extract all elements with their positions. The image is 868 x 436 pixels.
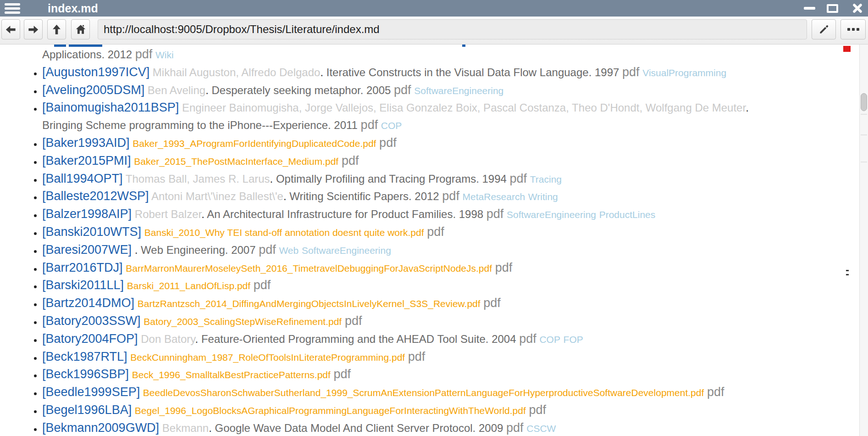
pdf-link[interactable]: pdf [254,278,271,292]
pdf-link[interactable]: pdf [510,172,527,185]
citation-key-link[interactable]: [Batory2004FOP] [42,332,138,346]
citation-key-link[interactable]: [Ball1994OPT] [42,172,123,185]
citation-key-link[interactable]: [Baker1993AID] [42,136,130,150]
pdf-link[interactable]: pdf [334,367,351,381]
pdf-link[interactable]: pdf [487,207,504,221]
edge-artifact [846,274,849,275]
pdf-file-link[interactable]: Beck_1996_SmalltalkBestPracticePatterns.… [132,369,331,380]
pdf-file-link[interactable]: Baker_1993_AProgramForIdentifyingDuplica… [133,138,376,149]
entry-authors: Antoni Mart\'\inez Ballest\'e [151,190,283,202]
pdf-link[interactable]: pdf [135,47,153,61]
citation-key-link[interactable]: [Aveling2005DSM] [42,83,144,97]
clipped-line-artifact [54,45,66,47]
citation-key-link[interactable]: [Barr2016TDJ] [42,261,123,274]
citation-key-link[interactable]: [Bekmann2009GWD] [42,421,159,435]
window-title: index.md [48,2,98,15]
red-marker [843,46,851,52]
pdf-link[interactable]: pdf [529,403,546,417]
tag-link[interactable]: Tracing [530,174,562,184]
pdf-link[interactable]: pdf [408,350,426,363]
pdf-link[interactable]: pdf [707,385,724,399]
tag-link[interactable]: Web [279,245,299,256]
entry-row: [Baresi2007WE] . Web Engineering. 2007 p… [42,241,854,259]
entry-row: [Auguston1997ICV] Mikhail Auguston, Alfr… [42,64,854,82]
pdf-link[interactable]: pdf [622,65,640,79]
entry-row: [Banski2010WTS] Banski_2010_Why TEI stan… [42,224,854,241]
citation-key-link[interactable]: [Barski2011LL] [42,278,124,292]
citation-key-link[interactable]: [Baker2015PMI] [42,154,131,168]
entry-authors: Don Batory [141,333,195,345]
clipped-line-artifact [462,45,465,47]
citation-key-link[interactable]: [Banski2010WTS] [42,225,141,239]
tag-link[interactable]: MetaResearch [463,191,525,202]
tag-link[interactable]: SoftwareEngineering [414,85,503,96]
maximize-button[interactable] [827,0,838,17]
pdf-link[interactable]: pdf [427,225,444,239]
edit-button[interactable] [812,19,836,39]
tag-link[interactable]: SoftwareEngineering [302,245,391,256]
pdf-link[interactable]: pdf [394,83,411,97]
scrollbar-mark [861,114,867,115]
pdf-file-link[interactable]: Barski_2011_LandOfLisp.pdf [127,280,250,291]
forward-button[interactable] [24,19,43,39]
pdf-link[interactable]: pdf [483,296,501,310]
pdf-file-link[interactable]: BeckCunningham_1987_RoleOfToolsInLiterat… [130,352,405,363]
tag-link[interactable]: COP [381,120,402,131]
pdf-file-link[interactable]: Batory_2003_ScalingStepWiseRefinement.pd… [144,316,342,327]
hamburger-menu-icon[interactable] [5,3,20,14]
pdf-file-link[interactable]: Begel_1996_LogoBlocksAGraphicalProgrammi… [135,405,526,416]
entry-row: [Beedle1999SEP] BeedleDevosSharonSchwabe… [42,384,854,402]
pdf-link[interactable]: pdf [342,154,359,168]
pdf-file-link[interactable]: Banski_2010_Why TEI stand-off annotation… [144,227,424,238]
tag-link[interactable]: Wiki [155,50,174,60]
tag-link[interactable]: SoftwareEngineering [507,209,596,220]
citation-key-link[interactable]: [Bartz2014DMO] [42,296,134,310]
pdf-link[interactable]: pdf [361,118,378,132]
citation-key-link[interactable]: [Beck1996SBP] [42,367,129,381]
scrollbar-thumb[interactable] [861,93,867,111]
entry-year: 1997 [595,66,619,78]
citation-key-link[interactable]: [Beck1987RTL] [42,350,127,363]
close-button[interactable] [852,0,863,17]
pdf-file-link[interactable]: BeedleDevosSharonSchwaberSutherland_1999… [143,387,704,398]
citation-key-link[interactable]: [Balzer1998AIP] [42,207,132,221]
pdf-file-link[interactable]: Baker_2015_ThePostMacInterface_Medium.pd… [134,156,338,167]
entry-row: [Batory2003SSW] Batory_2003_ScalingStepW… [42,313,854,330]
entry-year: 2012 [415,190,439,202]
citation-key-link[interactable]: [Baresi2007WE] [42,243,132,257]
entry-title: Bringing Scheme programming to the iPhon… [42,119,331,131]
home-button[interactable] [71,19,90,39]
citation-key-link[interactable]: [Bainomugisha2011BSP] [42,101,179,114]
more-button[interactable] [840,19,866,39]
pdf-link[interactable]: pdf [379,136,397,150]
pdf-link[interactable]: pdf [506,421,524,435]
back-button[interactable] [1,19,20,39]
pdf-link[interactable]: pdf [259,243,276,257]
url-input[interactable] [98,19,807,39]
scrollbar-mark [861,134,867,135]
pdf-link[interactable]: pdf [519,332,536,346]
minimize-button[interactable] [804,0,815,17]
pdf-file-link[interactable]: BarrMarronMaurerMoseleySeth_2016_Timetra… [126,263,492,274]
entry-row: [Barski2011LL] Barski_2011_LandOfLisp.pd… [42,277,854,295]
citation-key-link[interactable]: [Auguston1997ICV] [42,65,149,79]
tag-link[interactable]: VisualProgramming [642,67,726,78]
tag-link[interactable]: Writing [528,191,558,202]
pdf-link[interactable]: pdf [345,314,362,328]
pdf-file-link[interactable]: BartzRantzsch_2014_DiffingAndMergingObje… [138,298,481,309]
pdf-link[interactable]: pdf [442,189,459,203]
vertical-scrollbar[interactable] [859,45,868,436]
up-button[interactable] [47,19,66,39]
citation-key-link[interactable]: [Batory2003SSW] [42,314,141,328]
citation-key-link[interactable]: [Begel1996LBA] [42,403,132,417]
citation-key-link[interactable]: [Beedle1999SEP] [42,385,140,399]
tag-link[interactable]: CSCW [526,423,556,434]
citation-key-link[interactable]: [Balleste2012WSP] [42,189,149,203]
entry-title: An Architectural Infrastructure for Prod… [207,208,456,220]
tag-link[interactable]: ProductLines [599,209,656,220]
tag-link[interactable]: COP [539,334,560,345]
tag-link[interactable]: FOP [564,334,583,345]
entry-row: [Aveling2005DSM] Ben Aveling. Desperatel… [42,82,854,100]
entry-authors-period: . [320,66,323,78]
pdf-link[interactable]: pdf [495,261,513,274]
